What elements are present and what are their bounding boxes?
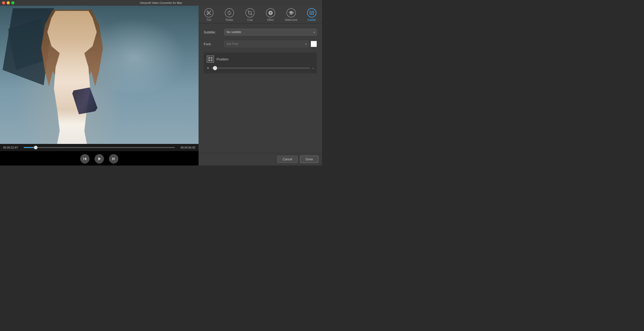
font-field-label: Font: [204,42,224,46]
position-grid-icon [207,56,214,63]
right-panel: Trim Rotate Crop [199,6,322,166]
rewind-icon [82,156,88,162]
edit-toolbar: Trim Rotate Crop [199,6,322,24]
rotate-icon [227,10,232,15]
watermark-icon-container [287,8,296,17]
scissors-icon [206,10,211,15]
progress-fill [24,147,36,148]
subtitle-select[interactable]: No subtitle [224,29,317,35]
subtitle-tool[interactable]: Subtitle [301,6,322,23]
subtitle-control: No subtitle [224,29,317,35]
total-time: 00:04:56.82 [177,146,195,149]
watermark-icon [289,10,294,15]
position-slider[interactable] [212,68,310,69]
subtitle-field-label: Subtitle: [204,30,224,34]
position-label: Position [217,57,228,61]
watermark-tool[interactable]: Watermark [281,6,301,23]
position-area: Position + - [204,52,317,73]
play-icon [96,156,102,162]
font-color-swatch[interactable] [311,41,317,47]
position-header: Position [207,56,314,63]
current-time: 00:00:22.87 [3,146,21,149]
subtitle-label: Subtitle [307,19,316,21]
fast-forward-button[interactable] [109,154,118,163]
rotate-icon-container [225,8,234,17]
subtitle-row: Subtitle: No subtitle [204,29,317,35]
font-select[interactable]: Set Font [224,41,309,47]
trim-label: Trim [206,19,211,21]
progress-track[interactable] [24,147,175,148]
effect-icon-container [266,8,275,17]
font-control: Set Font [224,41,317,47]
minimize-button[interactable] [7,1,10,4]
effect-tool[interactable]: Effect [260,6,281,23]
progress-thumb[interactable] [34,146,38,149]
font-select-wrapper: Set Font [224,41,309,47]
trim-icon-container [204,8,213,17]
titlebar: Ukeysoft Video Converter for Mac [0,0,322,6]
font-row: Font: Set Font [204,41,317,47]
rotate-label: Rotate [226,19,233,21]
subtitle-select-wrapper: No subtitle [224,29,317,35]
bottom-buttons: Cancel Done [199,153,322,166]
effect-label: Effect [267,19,274,21]
position-slider-row: + - [207,66,314,70]
position-minus-button[interactable]: - [312,66,314,70]
video-player [0,6,199,144]
play-pause-button[interactable] [95,154,104,163]
position-slider-thumb[interactable] [213,66,217,70]
window-controls [2,1,14,4]
app-title: Ukeysoft Video Converter for Mac [140,1,182,4]
subtitle-icon [309,10,314,15]
playback-controls [0,151,199,166]
crop-icon-container [245,8,255,17]
video-area: 00:00:22.87 00:04:56.82 [0,6,199,166]
rotate-tool[interactable]: Rotate [219,6,240,23]
progress-row: 00:00:22.87 00:04:56.82 [3,146,195,149]
crop-icon [247,10,253,15]
fast-forward-icon [111,156,117,162]
rewind-button[interactable] [80,154,90,163]
done-button[interactable]: Done [300,156,318,163]
settings-panel: Subtitle: No subtitle Font: Set Font [199,24,322,153]
crop-tool[interactable]: Crop [240,6,260,23]
position-plus-button[interactable]: + [207,66,209,70]
subtitle-icon-container [307,8,316,17]
effect-icon [268,10,273,15]
maximize-button[interactable] [11,1,14,4]
cancel-button[interactable]: Cancel [277,156,298,163]
grid-icon [208,57,213,62]
trim-tool[interactable]: Trim [199,6,219,23]
close-button[interactable] [2,1,5,4]
main-content: 00:00:22.87 00:04:56.82 [0,6,322,166]
crop-label: Crop [247,19,253,21]
watermark-label: Watermark [285,19,298,21]
video-controls-bar: 00:00:22.87 00:04:56.82 [0,144,199,151]
